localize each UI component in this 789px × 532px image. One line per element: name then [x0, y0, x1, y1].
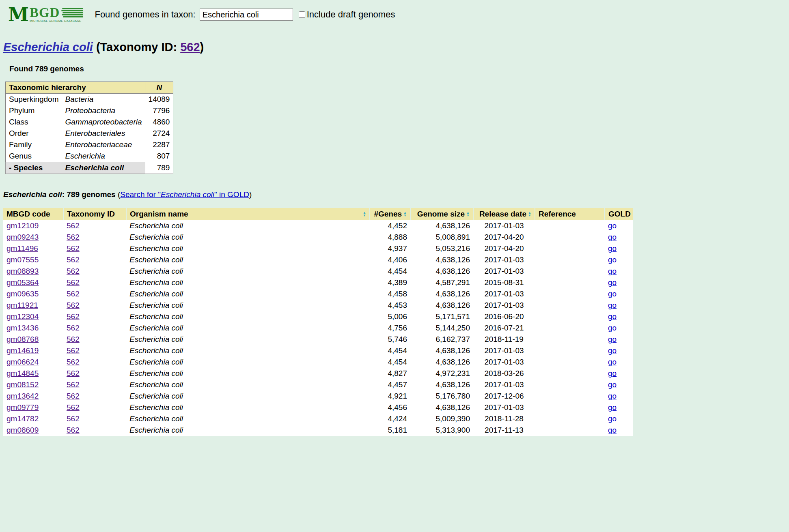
- genes-cell: 4,937: [370, 243, 410, 254]
- gold-go-link[interactable]: go: [608, 324, 617, 332]
- mbgd-code-link[interactable]: gm08768: [6, 335, 39, 343]
- mbgd-code-link[interactable]: gm14782: [6, 414, 39, 423]
- gold-go-link[interactable]: go: [608, 255, 617, 264]
- gold-go-link[interactable]: go: [608, 403, 617, 412]
- mbgd-code-link[interactable]: gm06624: [6, 358, 39, 366]
- release-date-cell: 2016-07-21: [473, 322, 535, 334]
- gold-go-link[interactable]: go: [608, 301, 617, 309]
- gold-go-link[interactable]: go: [608, 426, 617, 434]
- gold-go-link[interactable]: go: [608, 278, 617, 287]
- mbgd-code-link[interactable]: gm14619: [6, 346, 39, 355]
- taxonomy-id-link[interactable]: 562: [67, 312, 80, 321]
- taxonomy-id-link[interactable]: 562: [67, 267, 80, 275]
- mbgd-code-cell: gm06624: [3, 356, 63, 368]
- organism-cell: Escherichia coli: [126, 288, 370, 300]
- genes-cell: 4,756: [370, 322, 410, 334]
- taxonomy-id-link[interactable]: 562: [67, 244, 80, 253]
- genome-row: gm13642562Escherichia coli4,9215,176,780…: [3, 390, 633, 402]
- taxonomy-id-link[interactable]: 562: [67, 221, 80, 230]
- mbgd-code-link[interactable]: gm08893: [6, 267, 39, 275]
- organism-cell: Escherichia coli: [126, 254, 370, 266]
- mbgd-code-link[interactable]: gm13436: [6, 324, 39, 332]
- mbgd-code-link[interactable]: gm11496: [6, 244, 38, 253]
- genes-cell: 4,458: [370, 288, 410, 300]
- taxonomy-id-cell: 562: [63, 322, 126, 334]
- mbgd-code-link[interactable]: gm07555: [6, 255, 39, 264]
- taxonomy-id-link[interactable]: 562: [67, 392, 80, 400]
- release-date-cell: 2017-04-20: [473, 232, 535, 243]
- hierarchy-row: OrderEnterobacteriales2724: [6, 128, 173, 139]
- gold-go-link[interactable]: go: [608, 267, 617, 275]
- taxonomy-id-link[interactable]: 562: [67, 233, 80, 241]
- taxonomy-id-link[interactable]: 562: [67, 380, 80, 389]
- gold-go-link[interactable]: go: [608, 233, 617, 241]
- taxonomy-id-link[interactable]: 562: [67, 426, 80, 434]
- include-draft-checkbox[interactable]: [299, 11, 305, 18]
- gold-cell: go: [605, 311, 633, 322]
- gold-go-link[interactable]: go: [608, 414, 617, 423]
- gold-go-link[interactable]: go: [608, 392, 617, 400]
- organism-cell: Escherichia coli: [126, 322, 370, 334]
- mbgd-code-cell: gm11496: [3, 243, 63, 254]
- reference-cell: [535, 345, 605, 356]
- sort-icon-genome-size[interactable]: ▲▼: [466, 211, 470, 217]
- mbgd-code-link[interactable]: gm09243: [6, 233, 39, 241]
- hierarchy-row: - SpeciesEscherichia coli789: [6, 162, 173, 174]
- page-title: Escherichia coli (Taxonomy ID: 562): [3, 41, 789, 54]
- gold-go-link[interactable]: go: [608, 358, 617, 366]
- mbgd-code-link[interactable]: gm12304: [6, 312, 39, 321]
- taxonomy-id-link[interactable]: 562: [67, 290, 80, 298]
- sort-icon-genes[interactable]: ▲▼: [403, 211, 407, 217]
- gold-go-link[interactable]: go: [608, 335, 617, 343]
- taxonomy-id-link[interactable]: 562: [67, 255, 80, 264]
- count-cell: 2724: [145, 128, 173, 139]
- mbgd-code-link[interactable]: gm11921: [6, 301, 38, 309]
- taxonomy-id-link[interactable]: 562: [67, 414, 80, 423]
- taxonomy-id-link[interactable]: 562: [67, 278, 80, 287]
- header-genes: #Genes ▲▼: [370, 208, 410, 220]
- gold-go-link[interactable]: go: [608, 380, 617, 389]
- organism-cell: Escherichia coli: [126, 345, 370, 356]
- mbgd-code-link[interactable]: gm14845: [6, 369, 39, 378]
- mbgd-code-link[interactable]: gm08609: [6, 426, 39, 434]
- hierarchy-header-n: N: [145, 82, 173, 94]
- taxonomy-id-link[interactable]: 562: [67, 301, 80, 309]
- gold-cell: go: [605, 322, 633, 334]
- mbgd-logo[interactable]: M BGD MICROBIAL GENOME DATABASE: [8, 6, 84, 23]
- taxon-name-cell: Escherichia coli: [62, 162, 145, 174]
- release-date-cell: 2017-01-03: [473, 266, 535, 277]
- taxonomy-id-link[interactable]: 562: [67, 369, 80, 378]
- taxonomy-id-link[interactable]: 562: [180, 41, 200, 54]
- logo-m-letter: M: [8, 6, 29, 23]
- taxon-search-input[interactable]: [200, 9, 293, 21]
- taxonomy-id-link[interactable]: 562: [67, 324, 80, 332]
- mbgd-code-link[interactable]: gm08152: [6, 380, 39, 389]
- genome-table-header-row: MBGD code Taxonomy ID Organism name ▲▼ #…: [3, 208, 633, 220]
- rank-cell: Phylum: [6, 105, 62, 116]
- mbgd-code-link[interactable]: gm13642: [6, 392, 39, 400]
- taxonomy-id-link[interactable]: 562: [67, 403, 80, 412]
- sort-icon-organism[interactable]: ▲▼: [363, 211, 366, 217]
- gold-go-link[interactable]: go: [608, 244, 617, 253]
- gold-go-link[interactable]: go: [608, 290, 617, 298]
- title-suffix: ): [200, 41, 204, 54]
- hierarchy-header-name: Taxonomic hierarchy: [6, 82, 145, 94]
- taxonomy-id-link[interactable]: 562: [67, 358, 80, 366]
- mbgd-code-link[interactable]: gm05364: [6, 278, 39, 287]
- gold-go-link[interactable]: go: [608, 369, 617, 378]
- hierarchy-row: ClassGammaproteobacteria4860: [6, 116, 173, 128]
- mbgd-code-link[interactable]: gm09635: [6, 290, 39, 298]
- sort-icon-release-date[interactable]: ▲▼: [528, 211, 531, 217]
- gold-go-link[interactable]: go: [608, 312, 617, 321]
- taxonomy-id-link[interactable]: 562: [67, 335, 80, 343]
- gold-go-link[interactable]: go: [608, 221, 617, 230]
- species-title-link[interactable]: Escherichia coli: [3, 41, 93, 54]
- reference-cell: [535, 390, 605, 402]
- gold-go-link[interactable]: go: [608, 346, 617, 355]
- gold-search-link[interactable]: Search for "Escherichia coli" in GOLD: [120, 190, 249, 199]
- release-date-cell: 2017-01-03: [473, 345, 535, 356]
- mbgd-code-link[interactable]: gm12109: [6, 221, 39, 230]
- mbgd-code-cell: gm08609: [3, 425, 63, 436]
- mbgd-code-link[interactable]: gm09779: [6, 403, 39, 412]
- taxonomy-id-link[interactable]: 562: [67, 346, 80, 355]
